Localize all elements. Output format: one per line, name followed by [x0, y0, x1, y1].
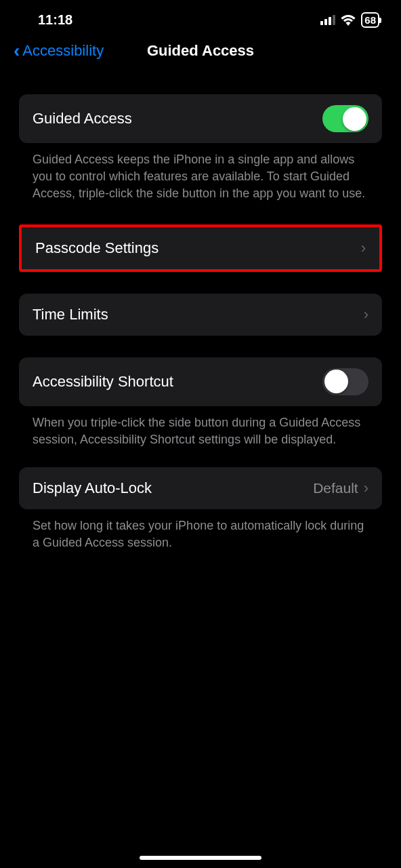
- guided-access-group: Guided Access Guided Access keeps the iP…: [19, 94, 382, 203]
- accessibility-shortcut-row[interactable]: Accessibility Shortcut: [19, 357, 382, 406]
- guided-access-toggle[interactable]: [322, 105, 368, 132]
- chevron-right-icon: ›: [364, 306, 368, 323]
- time-limits-group: Time Limits ›: [19, 294, 382, 336]
- battery-level: 68: [364, 14, 376, 26]
- chevron-right-icon: ›: [361, 239, 366, 257]
- time-limits-row[interactable]: Time Limits ›: [19, 294, 382, 336]
- time-limits-label: Time Limits: [33, 306, 108, 323]
- passcode-settings-label: Passcode Settings: [35, 239, 159, 257]
- guided-access-footer: Guided Access keeps the iPhone in a sing…: [19, 143, 382, 203]
- back-label: Accessibility: [22, 42, 104, 60]
- cellular-signal-icon: [320, 15, 335, 25]
- accessibility-shortcut-group: Accessibility Shortcut When you triple-c…: [19, 357, 382, 448]
- display-autolock-value: Default: [313, 480, 358, 496]
- display-autolock-label: Display Auto-Lock: [33, 479, 152, 497]
- battery-icon: 68: [361, 12, 379, 28]
- display-autolock-group: Display Auto-Lock Default › Set how long…: [19, 467, 382, 551]
- display-autolock-row[interactable]: Display Auto-Lock Default ›: [19, 467, 382, 509]
- passcode-settings-group: Passcode Settings ›: [19, 224, 382, 272]
- accessibility-shortcut-toggle[interactable]: [322, 368, 368, 395]
- nav-bar: ‹ Accessibility Guided Access: [0, 33, 401, 73]
- guided-access-label: Guided Access: [33, 110, 132, 127]
- accessibility-shortcut-footer: When you triple-click the side button du…: [19, 406, 382, 448]
- toggle-knob: [324, 370, 348, 393]
- guided-access-row[interactable]: Guided Access: [19, 94, 382, 143]
- chevron-right-icon: ›: [364, 479, 368, 497]
- content: Guided Access Guided Access keeps the iP…: [0, 94, 401, 551]
- chevron-left-icon: ‹: [14, 41, 20, 60]
- toggle-knob: [343, 107, 366, 131]
- wifi-icon: [341, 15, 356, 26]
- status-time: 11:18: [38, 12, 72, 28]
- page-title: Guided Access: [147, 42, 254, 60]
- status-bar: 11:18 68: [0, 0, 401, 33]
- passcode-settings-row[interactable]: Passcode Settings ›: [22, 227, 379, 269]
- home-indicator[interactable]: [140, 856, 261, 860]
- display-autolock-footer: Set how long it takes your iPhone to aut…: [19, 509, 382, 551]
- back-button[interactable]: ‹ Accessibility: [14, 41, 104, 60]
- accessibility-shortcut-label: Accessibility Shortcut: [33, 373, 173, 391]
- status-right: 68: [320, 12, 379, 28]
